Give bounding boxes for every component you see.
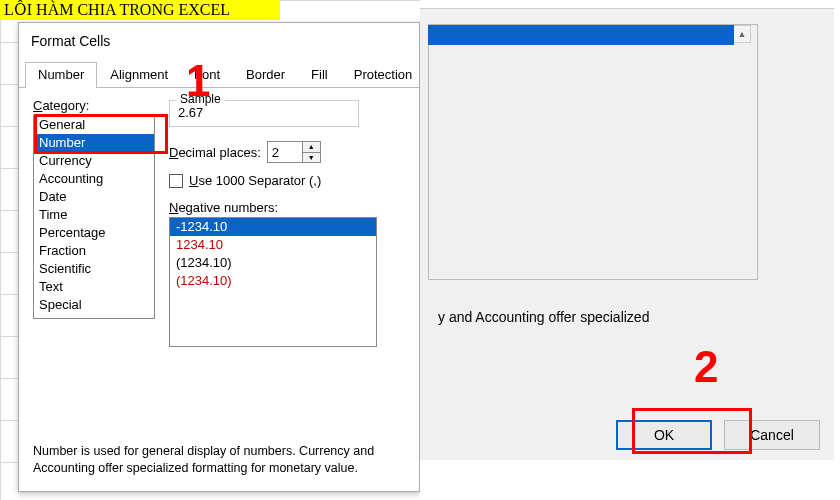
category-item-accounting[interactable]: Accounting — [34, 170, 154, 188]
tab-alignment[interactable]: Alignment — [97, 62, 181, 88]
use-separator-row[interactable]: Use 1000 Separator (,) — [169, 173, 405, 188]
right-panel: ▲ y and Accounting offer specialized OK … — [420, 0, 840, 500]
category-item-fraction[interactable]: Fraction — [34, 242, 154, 260]
spinner-down-icon[interactable]: ▼ — [303, 153, 320, 163]
ok-button[interactable]: OK — [616, 420, 712, 450]
category-item-special[interactable]: Special — [34, 296, 154, 314]
category-item-currency[interactable]: Currency — [34, 152, 154, 170]
decimal-places-input[interactable] — [268, 142, 302, 162]
category-item-text[interactable]: Text — [34, 278, 154, 296]
category-label: Category: — [33, 98, 155, 113]
category-list[interactable]: General Number Currency Accounting Date … — [33, 115, 155, 319]
use-separator-checkbox[interactable] — [169, 174, 183, 188]
category-item-time[interactable]: Time — [34, 206, 154, 224]
format-description: Number is used for general display of nu… — [33, 443, 405, 477]
cancel-button[interactable]: Cancel — [724, 420, 820, 450]
dialog-tabstrip: Number Alignment Font Border Fill Protec… — [19, 55, 419, 88]
category-item-scientific[interactable]: Scientific — [34, 260, 154, 278]
format-cells-dialog: Format Cells Number Alignment Font Borde… — [18, 22, 420, 492]
preview-box: ▲ — [428, 24, 758, 280]
dialog-title: Format Cells — [19, 23, 419, 55]
negative-item-0[interactable]: -1234.10 — [170, 218, 376, 236]
negative-numbers-list[interactable]: -1234.10 1234.10 (1234.10) (1234.10) — [169, 217, 377, 347]
tab-fill[interactable]: Fill — [298, 62, 341, 88]
tab-border[interactable]: Border — [233, 62, 298, 88]
negative-item-2[interactable]: (1234.10) — [170, 254, 376, 272]
use-separator-label: Use 1000 Separator (,) — [189, 173, 321, 188]
category-item-percentage[interactable]: Percentage — [34, 224, 154, 242]
category-item-number[interactable]: Number — [34, 134, 154, 152]
scroll-up-icon[interactable]: ▲ — [733, 25, 751, 43]
sample-label: Sample — [176, 92, 225, 106]
category-item-date[interactable]: Date — [34, 188, 154, 206]
negative-item-3[interactable]: (1234.10) — [170, 272, 376, 290]
negative-item-1[interactable]: 1234.10 — [170, 236, 376, 254]
sample-box: Sample 2.67 — [169, 100, 359, 127]
tab-number[interactable]: Number — [25, 62, 97, 88]
decimal-places-label: Decimal places: — [169, 145, 261, 160]
decimal-places-spinner[interactable]: ▲ ▼ — [267, 141, 321, 163]
tab-protection[interactable]: Protection — [341, 62, 426, 88]
sample-value: 2.67 — [178, 105, 350, 120]
tab-font[interactable]: Font — [181, 62, 233, 88]
category-item-custom[interactable]: Custom — [34, 314, 154, 319]
preview-selection — [428, 25, 734, 45]
help-text-fragment: y and Accounting offer specialized — [438, 309, 822, 325]
category-item-general[interactable]: General — [34, 116, 154, 134]
sheet-title-cell: LỖI HÀM CHIA TRONG EXCEL — [0, 0, 280, 20]
negative-numbers-label: Negative numbers: — [169, 200, 405, 215]
spinner-up-icon[interactable]: ▲ — [303, 142, 320, 153]
